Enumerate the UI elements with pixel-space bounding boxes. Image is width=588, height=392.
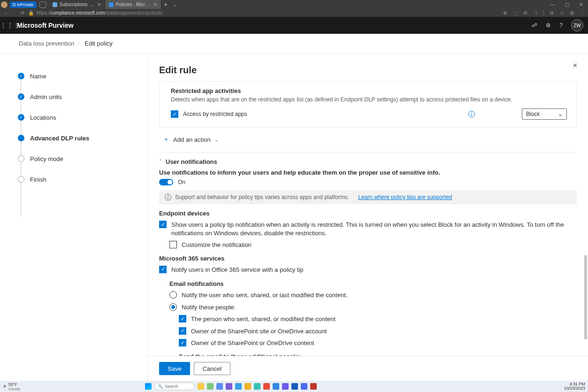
notifications-toggle[interactable] bbox=[159, 179, 173, 185]
step-complete-icon: ✓ bbox=[18, 73, 24, 79]
notify-o365-checkbox[interactable]: ✓ bbox=[159, 266, 167, 273]
checkbox-label: Owner of the SharePoint site or OneDrive… bbox=[191, 327, 577, 336]
window-maximize-button[interactable]: ▢ bbox=[560, 2, 574, 7]
tab-title: Policies - Microsoft Purview bbox=[116, 2, 151, 7]
start-button[interactable] bbox=[145, 383, 152, 390]
breadcrumb-item-current: Edit policy bbox=[85, 40, 113, 47]
wizard-step-advanced-dlp[interactable]: Advanced DLP rules bbox=[18, 133, 147, 143]
taskbar-app-icon[interactable] bbox=[207, 383, 214, 390]
notify-people-radio[interactable] bbox=[169, 303, 177, 311]
taskbar-app-icon[interactable] bbox=[254, 383, 260, 390]
checkbox-label: Owner of the SharePoint or OneDrive cont… bbox=[191, 339, 577, 347]
add-action-button[interactable]: ＋ Add an action ⌄ bbox=[159, 131, 577, 147]
m365-heading: Microsoft 365 services bbox=[159, 255, 577, 262]
window-minimize-button[interactable]: — bbox=[546, 2, 560, 7]
step-pending-icon bbox=[18, 155, 24, 162]
app-launcher-icon[interactable]: ⋮⋮⋮ bbox=[0, 22, 17, 29]
system-tray[interactable]: 4:31 PM 10/23/2023 bbox=[561, 382, 588, 391]
taskbar-app-icon[interactable] bbox=[244, 383, 251, 390]
taskbar-app-icon[interactable] bbox=[226, 383, 232, 390]
taskbar-app-icon[interactable] bbox=[310, 383, 317, 390]
panel-close-button[interactable]: ✕ bbox=[573, 62, 578, 69]
weather-icon: ☀ bbox=[3, 384, 7, 389]
browser-tab-strip: InPrivate Subscriptions - Microsoft 365 … bbox=[0, 0, 588, 9]
edit-rule-panel: ✕ Edit rule Restricted app activities De… bbox=[148, 54, 588, 381]
show-policy-tip-checkbox[interactable]: ✓ bbox=[159, 221, 167, 228]
favorites-bar-icon[interactable]: ✩ bbox=[559, 10, 565, 16]
taskbar-app-icon[interactable] bbox=[198, 383, 204, 390]
wizard-step-locations[interactable]: ✓ Locations bbox=[18, 113, 147, 122]
chevron-down-icon: ⌄ bbox=[214, 137, 218, 142]
enter-vr-icon[interactable]: ⬚ bbox=[512, 10, 518, 16]
site-info-icon[interactable]: 🔒 bbox=[28, 10, 34, 15]
taskbar-app-icon[interactable] bbox=[291, 383, 298, 390]
taskbar-app-icon[interactable] bbox=[216, 383, 223, 390]
save-button[interactable]: Save bbox=[159, 362, 190, 375]
content-owner-checkbox[interactable]: ✓ bbox=[179, 339, 186, 346]
browser-settings-icon[interactable]: ⋯ bbox=[580, 10, 585, 16]
app-header: ⋮⋮⋮ Microsoft Purview ☍ ⚙ ? ZW bbox=[0, 17, 588, 34]
read-aloud-icon[interactable]: A⁾ bbox=[523, 10, 528, 16]
zoom-icon[interactable]: ⊕ bbox=[502, 10, 508, 16]
user-notifications-section-toggle[interactable]: ˄ User notifications bbox=[159, 158, 577, 165]
taskbar-app-icon[interactable] bbox=[263, 383, 270, 390]
weather-widget[interactable]: ☀ 55°F Cloudy bbox=[0, 382, 23, 391]
clock-date: 10/23/2023 bbox=[564, 386, 585, 391]
select-value: Block bbox=[526, 111, 540, 117]
info-icon: i bbox=[165, 194, 171, 200]
step-label: Finish bbox=[30, 176, 46, 183]
nav-back-icon[interactable]: ← bbox=[3, 10, 8, 15]
action-select[interactable]: Block ⌄ bbox=[522, 108, 567, 120]
url-field[interactable]: https://compliance.microsoft.com/datalos… bbox=[37, 10, 499, 15]
section-desc: Detects when apps that are on the restri… bbox=[171, 96, 567, 103]
tab-close-icon[interactable]: ✕ bbox=[97, 2, 101, 7]
scrollbar[interactable] bbox=[583, 81, 588, 356]
collections-icon[interactable]: ⧉ bbox=[549, 10, 554, 16]
step-complete-icon: ✓ bbox=[18, 114, 24, 121]
access-restricted-apps-checkbox[interactable]: ✓ bbox=[171, 110, 178, 118]
checkbox-label: Access by restricted apps bbox=[183, 111, 247, 117]
wizard-step-name[interactable]: ✓ Name bbox=[18, 71, 147, 81]
policy-tip-learn-link[interactable]: Learn where policy tips are supported bbox=[358, 194, 452, 200]
tab-close-icon[interactable]: ✕ bbox=[153, 2, 157, 7]
info-icon[interactable]: i bbox=[468, 111, 475, 117]
person-modified-checkbox[interactable]: ✓ bbox=[179, 315, 186, 323]
tab-overview-icon[interactable] bbox=[39, 1, 46, 8]
customize-notification-checkbox[interactable] bbox=[169, 241, 177, 248]
window-close-button[interactable]: ✕ bbox=[574, 2, 588, 7]
browser-tab[interactable]: Subscriptions - Microsoft 365 a... ✕ bbox=[49, 0, 105, 9]
breadcrumb-item[interactable]: Data loss prevention bbox=[19, 40, 75, 47]
wizard-step-policy-mode[interactable]: Policy mode bbox=[18, 154, 147, 163]
cond-label: Cloudy bbox=[8, 387, 20, 391]
profile-avatar-icon[interactable] bbox=[1, 1, 8, 8]
chevron-up-icon: ˄ bbox=[159, 159, 162, 165]
wizard-step-finish[interactable]: Finish bbox=[18, 175, 147, 184]
nav-refresh-icon[interactable]: ⟳ bbox=[20, 10, 25, 15]
site-owner-checkbox[interactable]: ✓ bbox=[179, 327, 186, 335]
help-icon[interactable]: ? bbox=[559, 22, 563, 29]
settings-gear-icon[interactable]: ⚙ bbox=[546, 22, 551, 29]
favicon-icon bbox=[109, 2, 114, 7]
step-label: Policy mode bbox=[30, 155, 63, 162]
favorite-icon[interactable]: ☆ bbox=[533, 10, 539, 16]
taskbar-app-icon[interactable] bbox=[301, 383, 307, 390]
plus-icon: ＋ bbox=[163, 135, 169, 144]
taskbar-app-icon[interactable] bbox=[235, 383, 242, 390]
diagnostics-icon[interactable]: ☍ bbox=[532, 22, 537, 29]
notify-sender-radio[interactable] bbox=[169, 291, 177, 299]
tab-menu-button[interactable]: ⌄ bbox=[170, 2, 180, 7]
cancel-button[interactable]: Cancel bbox=[194, 362, 230, 375]
taskbar-search[interactable]: 🔍 Search bbox=[154, 383, 195, 390]
extensions-icon[interactable]: ⊞ bbox=[569, 10, 575, 16]
additional-people-label: Send the email to these additional peopl… bbox=[179, 353, 577, 356]
new-tab-button[interactable]: + bbox=[161, 1, 170, 8]
taskbar-app-icon[interactable] bbox=[273, 383, 279, 390]
user-avatar[interactable]: ZW bbox=[571, 19, 583, 31]
radio-label: Notify these people: bbox=[182, 303, 577, 312]
taskbar-app-icon[interactable] bbox=[282, 383, 289, 390]
temp-label: 55°F bbox=[8, 382, 20, 387]
wizard-step-admin-units[interactable]: ✓ Admin units bbox=[18, 92, 147, 101]
app-title: Microsoft Purview bbox=[17, 22, 74, 29]
browser-tab-active[interactable]: Policies - Microsoft Purview ✕ bbox=[105, 0, 161, 9]
step-label: Advanced DLP rules bbox=[30, 135, 89, 142]
